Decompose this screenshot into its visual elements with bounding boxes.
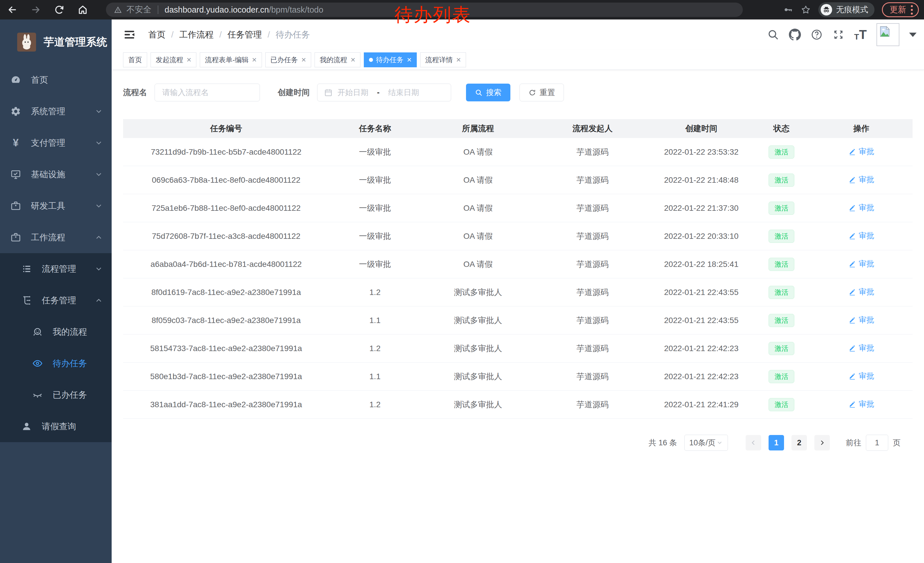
edit-pen-icon: [848, 176, 856, 183]
sidebar-item-home[interactable]: 首页: [0, 64, 112, 96]
approve-link[interactable]: 审批: [848, 203, 874, 213]
cell-starter: 芋道源码: [535, 371, 650, 382]
sidebar-item-dev-tools[interactable]: 研发工具: [0, 190, 112, 222]
sidebar-logo-row[interactable]: 芋道管理系统: [0, 20, 112, 57]
tab-label: 已办任务: [270, 55, 298, 65]
sidebar-collapse-icon[interactable]: [123, 29, 136, 41]
goto-page-input[interactable]: 1: [866, 435, 888, 451]
cell-actions: 审批: [810, 343, 912, 354]
github-icon[interactable]: [789, 29, 801, 41]
tab-close-icon[interactable]: ×: [302, 56, 306, 64]
browser-menu-kebab-icon[interactable]: [911, 5, 913, 15]
breadcrumb-separator: /: [268, 30, 270, 39]
next-page-button[interactable]: [814, 435, 830, 450]
browser-update-button[interactable]: 更新: [882, 2, 919, 17]
bookmark-star-icon[interactable]: [801, 5, 811, 15]
sidebar-item-label: 待办任务: [52, 358, 87, 369]
help-question-icon[interactable]: [811, 29, 823, 41]
sidebar-item-task-management[interactable]: 任务管理: [0, 285, 112, 316]
url-path: /bpm/task/todo: [269, 5, 323, 15]
browser-reload-icon[interactable]: [54, 4, 65, 15]
breadcrumb-home[interactable]: 首页: [148, 29, 165, 41]
browser-home-icon[interactable]: [77, 4, 88, 15]
breadcrumb-separator: /: [219, 30, 222, 39]
tab-首页[interactable]: 首页: [123, 53, 147, 67]
cell-created: 2022-01-22 21:48:48: [650, 176, 753, 185]
tab-已办任务[interactable]: 已办任务×: [266, 53, 311, 67]
tab-close-icon[interactable]: ×: [456, 56, 461, 64]
approve-link[interactable]: 审批: [848, 231, 874, 241]
edit-pen-icon: [848, 288, 856, 296]
cell-task-name: 1.2: [329, 288, 421, 297]
page-size-select[interactable]: 10条/页: [684, 435, 728, 451]
approve-link[interactable]: 审批: [848, 343, 874, 353]
cell-task-name: 1.1: [329, 372, 421, 381]
sidebar-item-label: 流程管理: [42, 263, 76, 275]
sidebar-item-process-management[interactable]: 流程管理: [0, 253, 112, 285]
cell-task-name: 1.1: [329, 316, 421, 325]
status-badge: 激活: [769, 398, 794, 411]
not-secure-warning-icon: [113, 5, 123, 14]
sidebar-item-system[interactable]: 系统管理: [0, 96, 112, 127]
approve-link[interactable]: 审批: [848, 258, 874, 269]
yen-icon: ¥: [10, 137, 21, 149]
avatar[interactable]: [876, 23, 899, 46]
sidebar-item-workflow[interactable]: 工作流程: [0, 222, 112, 253]
tab-close-icon[interactable]: ×: [252, 56, 256, 64]
approve-link[interactable]: 审批: [848, 315, 874, 325]
prev-page-button[interactable]: [746, 435, 761, 450]
calendar-icon: [324, 88, 333, 97]
status-badge: 激活: [769, 342, 794, 355]
avatar-caret-down-icon[interactable]: [909, 33, 916, 37]
date-range-picker[interactable]: 开始日期 - 结束日期: [317, 84, 451, 101]
tab-close-icon[interactable]: ×: [187, 56, 191, 64]
approve-link[interactable]: 审批: [848, 287, 874, 297]
sidebar-item-todo-tasks[interactable]: 待办任务: [0, 348, 112, 379]
approve-link[interactable]: 审批: [848, 146, 874, 157]
tab-我的流程[interactable]: 我的流程×: [315, 53, 360, 67]
cell-created: 2022-01-21 22:43:55: [650, 316, 753, 325]
tab-close-icon[interactable]: ×: [407, 56, 411, 64]
cell-status: 激活: [753, 370, 810, 383]
status-badge: 激活: [769, 146, 794, 159]
app-title: 芋道管理系统: [44, 35, 107, 49]
browser-forward-icon[interactable]: [30, 4, 41, 15]
tab-close-icon[interactable]: ×: [351, 56, 355, 64]
approve-link[interactable]: 审批: [848, 174, 874, 185]
approve-link[interactable]: 审批: [848, 371, 874, 381]
refresh-icon: [528, 89, 536, 96]
sidebar-item-done-tasks[interactable]: 已办任务: [0, 379, 112, 411]
approve-link-label: 审批: [859, 231, 874, 241]
reset-button[interactable]: 重置: [519, 84, 564, 101]
reset-button-label: 重置: [540, 87, 555, 98]
breadcrumb-separator: /: [171, 30, 174, 39]
password-key-icon[interactable]: [783, 5, 793, 15]
page-button-2[interactable]: 2: [792, 435, 807, 450]
create-time-label: 创建时间: [278, 87, 310, 98]
tab-流程详情[interactable]: 流程详情×: [420, 53, 466, 67]
tab-发起流程[interactable]: 发起流程×: [151, 53, 196, 67]
content: 流程名 请输入流程名 创建时间 开始日期 - 结束日期 搜索: [112, 70, 924, 451]
breadcrumb-workflow[interactable]: 工作流程: [179, 29, 213, 41]
approve-link[interactable]: 审批: [848, 399, 874, 409]
browser-back-icon[interactable]: [7, 4, 18, 15]
search-icon[interactable]: [767, 29, 779, 41]
process-name-input[interactable]: 请输入流程名: [154, 84, 260, 101]
tab-流程表单-编辑[interactable]: 流程表单-编辑×: [200, 53, 262, 67]
cell-task-name: 1.2: [329, 400, 421, 409]
font-size-icon[interactable]: TT: [854, 29, 867, 41]
fullscreen-icon[interactable]: [832, 29, 844, 41]
workflow-submenu: 流程管理 任务管理 我的流程: [0, 253, 112, 442]
sidebar-item-payment[interactable]: ¥ 支付管理: [0, 127, 112, 159]
tab-待办任务[interactable]: 待办任务×: [364, 53, 417, 67]
breadcrumb-task-management[interactable]: 任务管理: [228, 29, 262, 41]
sidebar-item-leave-query[interactable]: 请假查询: [0, 411, 112, 442]
page-size-value: 10条/页: [689, 438, 716, 448]
status-badge: 激活: [769, 258, 794, 271]
page-button-1[interactable]: 1: [769, 435, 784, 450]
chevron-down-icon: [94, 264, 103, 273]
sidebar-item-my-process[interactable]: 我的流程: [0, 316, 112, 348]
task-table-body: 73211d9d-7b9b-11ec-b5b7-acde48001122一级审批…: [123, 138, 912, 419]
sidebar-item-infrastructure[interactable]: 基础设施: [0, 159, 112, 190]
search-button[interactable]: 搜索: [466, 84, 510, 101]
